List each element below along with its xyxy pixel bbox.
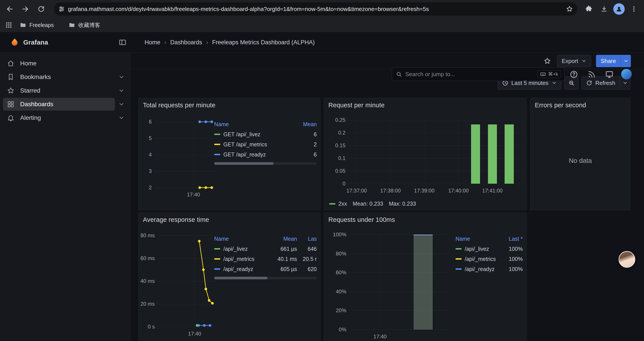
data-point xyxy=(210,121,213,123)
share-menu-button[interactable] xyxy=(621,55,631,67)
sidebar-item-bookmarks[interactable]: Bookmarks xyxy=(3,71,115,83)
data-point xyxy=(204,186,207,189)
expand-chevron-icon[interactable] xyxy=(118,115,124,121)
timeseries-chart: 6 5 4 3 2 17:40 xyxy=(142,122,219,199)
y-tick: 80 ms xyxy=(140,232,155,238)
breadcrumb-dashboards[interactable]: Dashboards xyxy=(170,39,202,46)
legend-row: /api/_livez 661 µs 646 xyxy=(214,244,317,254)
display-icon[interactable] xyxy=(605,70,614,79)
x-tick: 17:37:00 xyxy=(346,188,367,194)
extensions-icon[interactable] xyxy=(582,3,595,15)
bookmark-folder-freeleaps[interactable]: Freeleaps xyxy=(16,21,57,30)
y-tick: 80% xyxy=(336,251,346,257)
y-tick: 3 xyxy=(149,168,152,174)
sidebar-toggle-icon[interactable] xyxy=(118,38,126,46)
expand-chevron-icon[interactable] xyxy=(118,88,124,94)
breadcrumb-current: Freeleaps Metrics Dashboard (ALPHA) xyxy=(212,39,315,46)
keyboard-icon xyxy=(540,71,546,77)
search-shortcut-badge: ⌘+k xyxy=(537,70,561,78)
downloads-icon[interactable] xyxy=(598,3,610,15)
news-rss-icon[interactable] xyxy=(587,70,596,79)
panel-requests-under-100ms: Requests under 100ms 100% 80% 60% 40% 20… xyxy=(324,212,526,341)
search-box[interactable]: ⌘+k xyxy=(392,67,565,81)
expand-chevron-icon[interactable] xyxy=(118,74,124,80)
legend-row: GET /api/_metrics 2 xyxy=(214,139,317,149)
site-settings-icon[interactable] xyxy=(58,6,65,12)
legend-item-2xx[interactable]: 2xx xyxy=(329,201,347,207)
panel-total-requests-per-minute: Total requests per minute 6 5 4 3 2 xyxy=(138,98,320,210)
browser-forward-button[interactable] xyxy=(19,3,32,15)
export-button[interactable]: Export xyxy=(557,55,591,67)
sidebar-row: Dashboards xyxy=(0,98,130,111)
panel-errors-per-second: Errors per second No data xyxy=(530,98,630,210)
panel-title[interactable]: Requests under 100ms xyxy=(328,216,395,223)
bookmark-label: Freeleaps xyxy=(29,22,54,28)
y-tick: 20% xyxy=(336,307,346,313)
search-input[interactable] xyxy=(405,71,534,78)
y-tick: 5 xyxy=(149,135,152,141)
browser-profile-avatar[interactable] xyxy=(613,3,625,15)
sidebar-item-dashboards[interactable]: Dashboards xyxy=(3,98,115,111)
address-bar[interactable] xyxy=(54,3,577,16)
url-input[interactable] xyxy=(68,6,563,13)
series-swatch xyxy=(329,203,335,204)
data-point xyxy=(203,324,206,327)
breadcrumb-home[interactable]: Home xyxy=(144,39,160,46)
user-avatar[interactable] xyxy=(621,69,632,80)
panel-title[interactable]: Request per minute xyxy=(328,102,385,109)
browser-menu-icon[interactable] xyxy=(628,3,640,15)
y-tick: 0.05 xyxy=(335,168,346,174)
legend-row: /api/_livez 100% xyxy=(456,244,523,254)
panel-title[interactable]: Total requests per minute xyxy=(143,102,216,109)
legend: 2xx Mean: 0.233 Max: 0.233 xyxy=(329,201,416,207)
grafana-header: Grafana Home › Dashboards › Freeleaps Me… xyxy=(0,32,644,53)
y-tick: 0.1 xyxy=(338,155,346,161)
bar-2xx xyxy=(504,124,514,184)
scrollbar-thumb[interactable] xyxy=(214,162,274,165)
bookmark-folder-blogs[interactable]: 收藏博客 xyxy=(65,20,104,30)
panel-title[interactable]: Average response time xyxy=(143,216,209,223)
legend-row: /api/_readyz 605 µs 620 xyxy=(214,264,317,274)
share-button[interactable]: Share xyxy=(596,55,621,67)
sidebar-item-home[interactable]: Home xyxy=(3,57,115,70)
legend-scrollbar xyxy=(214,277,317,279)
favorite-star-icon[interactable] xyxy=(542,56,552,66)
sidebar-item-starred[interactable]: Starred xyxy=(3,84,115,97)
zoom-out-icon xyxy=(568,80,575,86)
series-swatch xyxy=(456,248,462,249)
apps-grid-icon[interactable] xyxy=(4,20,14,30)
bookmark-star-icon[interactable] xyxy=(566,6,573,13)
series-swatch xyxy=(214,248,220,249)
grafana-logo[interactable] xyxy=(10,37,20,47)
data-point xyxy=(198,121,201,123)
legend-table: Name Last * /api/_livez 100% /api/_metri… xyxy=(456,234,523,274)
breadcrumb: Home › Dashboards › Freeleaps Metrics Da… xyxy=(144,39,314,46)
browser-back-button[interactable] xyxy=(4,3,16,15)
y-tick: 40% xyxy=(336,288,346,295)
legend-max: Max: 0.233 xyxy=(389,201,416,207)
scrollbar-thumb[interactable] xyxy=(214,277,268,279)
legend-row: /api/_readyz 100% xyxy=(456,264,523,274)
bookmark-label: 收藏博客 xyxy=(78,22,100,29)
help-icon[interactable] xyxy=(569,70,578,79)
browser-reload-button[interactable] xyxy=(35,3,47,15)
legend-table: Name Mean GET /api/_livez 6 GET /api/_me… xyxy=(214,119,317,165)
legend-row: GET /api/_livez 6 xyxy=(214,129,317,139)
browser-toolbar-right xyxy=(582,3,644,15)
data-point xyxy=(211,302,214,304)
expand-chevron-icon[interactable] xyxy=(118,101,124,107)
plot-area: 17:40 xyxy=(154,122,217,188)
y-tick: 0 xyxy=(342,181,346,187)
sidebar-item-alerting[interactable]: Alerting xyxy=(3,112,115,124)
x-tick: 17:40 xyxy=(374,333,387,340)
sidebar-row: Alerting xyxy=(0,112,130,124)
x-tick: 17:40:00 xyxy=(448,188,469,194)
floating-avatar-widget[interactable] xyxy=(618,251,635,268)
y-tick: 4 xyxy=(149,152,152,158)
star-icon xyxy=(7,87,14,94)
y-tick: 60% xyxy=(336,269,346,276)
folder-icon xyxy=(20,22,26,28)
y-tick: 0.25 xyxy=(335,117,346,123)
x-tick: 17:40 xyxy=(188,331,201,337)
panel-title[interactable]: Errors per second xyxy=(535,102,586,109)
